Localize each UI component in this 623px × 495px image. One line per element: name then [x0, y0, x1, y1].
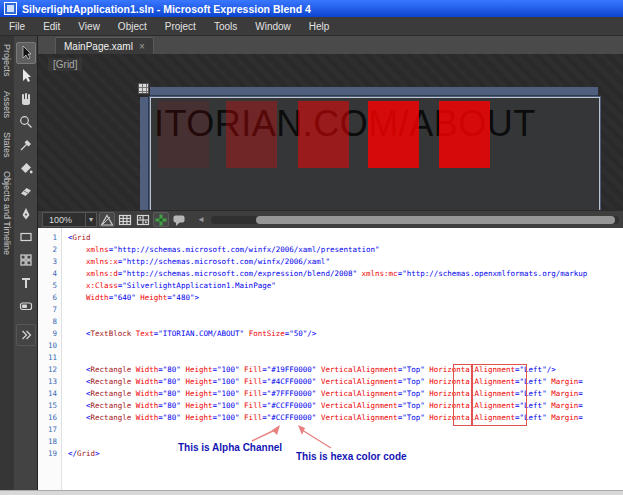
code-line-5: x:Class="SilverlightApplication1.MainPag…: [68, 280, 623, 292]
grid-icon: [18, 252, 34, 268]
grid-row-ruler[interactable]: [140, 97, 149, 210]
grid-column-ruler[interactable]: [150, 87, 598, 96]
code-line-11: [68, 352, 623, 364]
expression-blend-window: { "window": { "title": "SilverlightAppli…: [0, 0, 623, 495]
code-line-15: <Rectangle Width="80" Height="100" Fill=…: [68, 400, 623, 412]
snap-triangle-icon: [99, 212, 115, 228]
line-number: 18: [38, 436, 61, 448]
rectangle-icon: [18, 229, 34, 245]
line-number: 3: [38, 256, 61, 268]
code-line-7: [68, 304, 623, 316]
tab-close-icon[interactable]: ×: [139, 42, 145, 52]
snap-to-gridlines-button[interactable]: [135, 212, 151, 227]
menu-bar: FileEditViewObjectProjectToolsWindowHelp: [0, 17, 623, 36]
line-number: 16: [38, 412, 61, 424]
green-plus-icon: [153, 212, 169, 228]
artboard-rectangle-alpha-CC-3[interactable]: [368, 101, 419, 168]
eyedropper-icon: [18, 137, 34, 153]
artboard-rectangle-alpha-19-0[interactable]: [158, 101, 209, 168]
document-tab-strip: MainPage.xaml ×: [38, 36, 623, 54]
menu-item-object[interactable]: Object: [109, 17, 156, 35]
menu-item-view[interactable]: View: [69, 17, 109, 35]
snap-to-snaplines-button[interactable]: [153, 212, 169, 227]
magnifier-icon: [18, 114, 34, 130]
text-icon: [18, 275, 34, 291]
annotations-button[interactable]: [171, 212, 187, 227]
alpha-channel-callout: This is Alpha Channel: [178, 442, 282, 453]
line-number: 10: [38, 340, 61, 352]
scrollbar-thumb[interactable]: [256, 216, 615, 224]
window-title: SilverlightApplication1.sln - Microsoft …: [22, 3, 311, 15]
title-bar[interactable]: SilverlightApplication1.sln - Microsoft …: [0, 0, 623, 17]
menu-item-window[interactable]: Window: [246, 17, 300, 35]
zoom-level-select[interactable]: 100% ▾: [42, 212, 97, 227]
pan-tool[interactable]: [16, 88, 36, 110]
show-grid-button[interactable]: [117, 212, 133, 227]
chevron-down-icon[interactable]: ▾: [85, 213, 96, 226]
selection-arrow-icon: [18, 45, 34, 61]
menu-item-tools[interactable]: Tools: [205, 17, 246, 35]
main-area: ProjectsAssetsStatesObjects and Timeline…: [0, 36, 623, 490]
more-tools[interactable]: [16, 324, 36, 346]
menu-item-file[interactable]: File: [0, 17, 34, 35]
grid-handle-icon[interactable]: [138, 83, 149, 94]
design-surface[interactable]: [Grid] ITORIAN.COM/ABOUT: [38, 54, 623, 210]
paint-bucket-tool[interactable]: [16, 157, 36, 179]
selection-tool[interactable]: [16, 42, 36, 64]
asset-tool[interactable]: [16, 295, 36, 317]
line-number: 14: [38, 388, 61, 400]
menu-item-project[interactable]: Project: [156, 17, 205, 35]
rectangle-tool[interactable]: [16, 226, 36, 248]
scrollbar-left-arrow-icon[interactable]: ◄: [197, 215, 205, 224]
line-number: 5: [38, 280, 61, 292]
direct-selection-arrow-icon: [18, 68, 34, 84]
chevron-right-icon: [18, 327, 34, 343]
direct-selection-tool[interactable]: [16, 65, 36, 87]
code-line-1: <Grid: [68, 232, 623, 244]
code-line-4: xmlns:d="http://schemas.microsoft.com/ex…: [68, 268, 623, 280]
line-number: 7: [38, 304, 61, 316]
panel-tab-objects-and-timeline[interactable]: Objects and Timeline: [2, 171, 12, 255]
code-line-2: xmlns="http://schemas.microsoft.com/winf…: [68, 244, 623, 256]
window-bottom-edge: [0, 490, 623, 495]
line-number: 15: [38, 400, 61, 412]
zoom-toolbar: 100% ▾ ◄: [38, 210, 623, 228]
code-line-13: <Rectangle Width="80" Height="100" Fill=…: [68, 376, 623, 388]
zoom-tool[interactable]: [16, 111, 36, 133]
panel-tab-assets[interactable]: Assets: [2, 91, 12, 118]
left-rail: ProjectsAssetsStatesObjects and Timeline: [0, 36, 38, 490]
line-number: 17: [38, 424, 61, 436]
text-tool[interactable]: [16, 272, 36, 294]
artboard-rectangle-alpha-4C-1[interactable]: [226, 101, 277, 168]
line-number: 2: [38, 244, 61, 256]
eyedropper-tool[interactable]: [16, 134, 36, 156]
code-line-12: <Rectangle Width="80" Height="100" Fill=…: [68, 364, 623, 376]
panel-tab-projects[interactable]: Projects: [2, 44, 12, 77]
menu-item-edit[interactable]: Edit: [34, 17, 69, 35]
panel-tab-strip: ProjectsAssetsStatesObjects and Timeline: [0, 36, 14, 490]
pen-icon: [18, 206, 34, 222]
code-line-3: xmlns:x="http://schemas.microsoft.com/wi…: [68, 256, 623, 268]
line-number: 13: [38, 376, 61, 388]
breadcrumb[interactable]: [Grid]: [48, 58, 82, 71]
code-line-18: [68, 436, 623, 448]
design-horizontal-scrollbar[interactable]: [211, 216, 619, 224]
tab-mainpage-xaml[interactable]: MainPage.xaml ×: [55, 37, 154, 55]
menu-item-help[interactable]: Help: [300, 17, 339, 35]
eraser-tool[interactable]: [16, 180, 36, 202]
control-icon: [18, 298, 34, 314]
panel-tab-states[interactable]: States: [2, 132, 12, 158]
show-grid-icon: [117, 212, 133, 228]
line-number: 9: [38, 328, 61, 340]
layout-grid-tool[interactable]: [16, 249, 36, 271]
code-line-14: <Rectangle Width="80" Height="100" Fill=…: [68, 388, 623, 400]
artboard[interactable]: ITORIAN.COM/ABOUT: [150, 97, 600, 210]
line-number: 8: [38, 316, 61, 328]
xaml-code-editor[interactable]: 12345678910111213141516171819 <Grid xmln…: [38, 228, 623, 490]
line-number: 1: [38, 232, 61, 244]
artboard-rectangle-alpha-7F-2[interactable]: [298, 101, 349, 168]
pen-tool[interactable]: [16, 203, 36, 225]
snap-toggle-button[interactable]: [99, 212, 115, 227]
artboard-rectangle-alpha-CC-4[interactable]: [439, 101, 490, 168]
code-line-17: [68, 424, 623, 436]
